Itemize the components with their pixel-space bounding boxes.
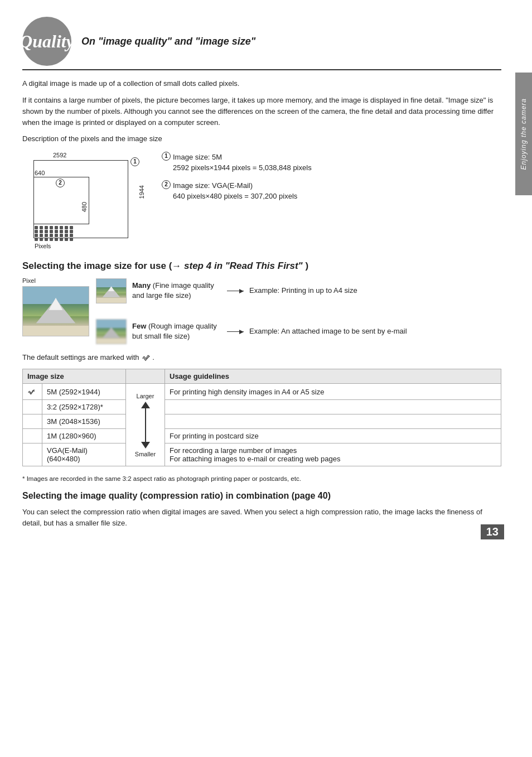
larger-smaller-arrows: Larger Smaller bbox=[130, 393, 160, 457]
larger-label: Larger bbox=[137, 393, 154, 399]
image-size-1-text: Image size: 5M 2592 pixels×1944 pixels =… bbox=[173, 152, 312, 173]
table-size-5: VGA(E-Mail)(640×480) bbox=[42, 443, 126, 466]
dim-2592-label: 2592 bbox=[53, 152, 66, 158]
side-tab-text: Enjoying the camera bbox=[520, 98, 528, 170]
side-tab: Enjoying the camera bbox=[515, 73, 532, 195]
table-header-arrow bbox=[126, 369, 165, 384]
mountain-thumb-few bbox=[96, 319, 127, 344]
quality-example-many: Example: Printing in up to A4 size bbox=[249, 286, 501, 296]
table-size-3: 3M (2048×1536) bbox=[42, 414, 126, 429]
checkmark-icon bbox=[27, 388, 37, 397]
dim-480-label: 480 bbox=[81, 202, 88, 212]
diagram-info: 1 Image size: 5M 2592 pixels×1944 pixels… bbox=[162, 152, 501, 209]
table-row: 3M (2048×1536) bbox=[23, 414, 501, 429]
table-check-5 bbox=[23, 443, 42, 466]
dim-1944-label: 1944 bbox=[138, 185, 145, 199]
pixel-diagram-section: 2592 640 1944 480 1 2 Pixels 1 Image siz… bbox=[22, 152, 501, 249]
table-arrow-col: Larger Smaller bbox=[126, 384, 165, 466]
arrow-right-many bbox=[227, 291, 244, 291]
table-size-1: 5M (2592×1944) bbox=[42, 384, 126, 400]
mountain-large-container: Pixel bbox=[22, 286, 89, 336]
arrow-right-few bbox=[227, 331, 244, 332]
page-number: 13 bbox=[481, 524, 504, 539]
table-footnote: * Images are recorded in the same 3:2 as… bbox=[22, 474, 501, 483]
mountain-large-image bbox=[22, 286, 89, 336]
arrow-down-icon bbox=[141, 442, 150, 449]
table-usage-3 bbox=[165, 414, 501, 429]
image-size-item-2: 2 Image size: VGA(E-Mail) 640 pixels×480… bbox=[162, 180, 501, 202]
pixels-dots bbox=[35, 226, 74, 241]
quality-row-many: Many (Fine image quality and large file … bbox=[96, 278, 501, 303]
table-usage-1: For printing high density images in A4 o… bbox=[165, 384, 501, 400]
marker-1: 1 bbox=[130, 157, 139, 166]
intro-line2: If it contains a large number of pixels,… bbox=[22, 95, 501, 128]
marker-2: 2 bbox=[56, 179, 65, 187]
table-usage-4: For printing in postcard size bbox=[165, 429, 501, 443]
quality-desc-few: Few (Rough image quality but small file … bbox=[132, 321, 221, 341]
quality-example-few: Example: An attached image to be sent by… bbox=[249, 326, 501, 336]
quality-badge: Quality bbox=[22, 17, 71, 66]
table-size-4: 1M (1280×960) bbox=[42, 429, 126, 443]
quality-info: Many (Fine image quality and large file … bbox=[96, 278, 501, 344]
table-usage-2 bbox=[165, 400, 501, 414]
table-header-size: Image size bbox=[23, 369, 126, 384]
table-row: 1M (1280×960) For printing in postcard s… bbox=[23, 429, 501, 443]
header-section: Quality On "image quality" and "image si… bbox=[22, 17, 501, 70]
arrow-up-icon bbox=[141, 402, 150, 408]
table-header-usage: Usage guidelines bbox=[165, 369, 501, 384]
table-row: VGA(E-Mail)(640×480) For recording a lar… bbox=[23, 443, 501, 466]
wavy-check-icon bbox=[141, 353, 152, 362]
quality-row-few: Few (Rough image quality but small file … bbox=[96, 319, 501, 344]
default-settings-text: The default settings are marked with . bbox=[22, 353, 501, 363]
table-size-2: 3:2 (2592×1728)* bbox=[42, 400, 126, 414]
table-check-3 bbox=[23, 414, 42, 429]
quality-title: Quality bbox=[20, 31, 74, 52]
table-usage-5: For recording a large number of imagesFo… bbox=[165, 443, 501, 466]
intro-line1: A digital image is made up of a collecti… bbox=[22, 78, 501, 89]
dim-640-label: 640 bbox=[35, 170, 45, 176]
pixels-label: Pixels bbox=[35, 243, 51, 249]
circle-1: 1 bbox=[162, 152, 171, 161]
table-check-2 bbox=[23, 400, 42, 414]
section2-heading: Selecting the image quality (compression… bbox=[22, 491, 501, 501]
arrow-line bbox=[145, 408, 146, 442]
section1-heading: Selecting the image size for use (→ step… bbox=[22, 261, 501, 272]
diagram-wrapper: 2592 640 1944 480 1 2 Pixels bbox=[22, 152, 145, 249]
image-size-2-text: Image size: VGA(E-Mail) 640 pixels×480 p… bbox=[173, 180, 297, 202]
table-check-4 bbox=[23, 429, 42, 443]
mountain-shape-small-few bbox=[96, 326, 126, 339]
table-check-1 bbox=[23, 384, 42, 400]
table-row: 3:2 (2592×1728)* bbox=[23, 400, 501, 414]
diagram-section-label: Description of the pixels and the image … bbox=[22, 134, 501, 143]
section2-body: You can select the compression ratio whe… bbox=[22, 507, 501, 529]
page-subtitle: On "image quality" and "image size" bbox=[81, 36, 255, 47]
smaller-label: Smaller bbox=[135, 451, 156, 457]
image-comparison: Pixel Many (Fine image quality and large… bbox=[22, 278, 501, 344]
pixel-label: Pixel bbox=[22, 277, 36, 284]
circle-2: 2 bbox=[162, 180, 171, 189]
mountain-thumb-many bbox=[96, 278, 127, 303]
image-size-item-1: 1 Image size: 5M 2592 pixels×1944 pixels… bbox=[162, 152, 501, 173]
table-row: 5M (2592×1944) Larger Smaller For printi… bbox=[23, 384, 501, 400]
quality-desc-many: Many (Fine image quality and large file … bbox=[132, 281, 221, 301]
image-size-table: Image size Usage guidelines 5M (2592×194… bbox=[22, 369, 501, 466]
